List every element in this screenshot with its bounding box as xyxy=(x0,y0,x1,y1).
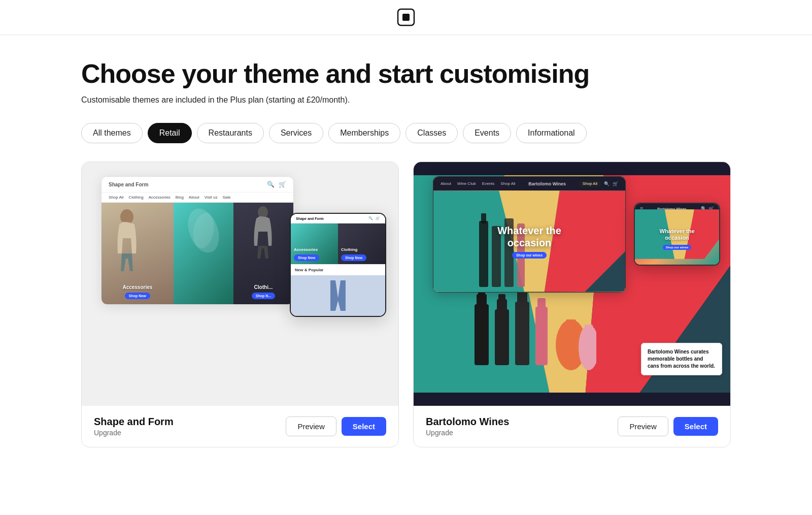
mobile-clothing: Clothing xyxy=(341,247,366,252)
mobile-cart-icon: 🛒 xyxy=(376,216,380,220)
theme-name-shape-and-form: Shape and Form xyxy=(94,416,174,428)
svg-rect-29 xyxy=(479,221,488,287)
theme-name-bartolomo: Bartolomo Wines xyxy=(426,416,509,428)
mobile-mockup-bartolomo: ☰ Bartolomo Wines 🔍 🛒 xyxy=(634,203,720,266)
theme-info-shape-and-form: Shape and Form Upgrade Preview Select xyxy=(82,406,398,447)
svg-rect-22 xyxy=(566,319,576,335)
svg-rect-20 xyxy=(537,298,546,309)
mobile-mockup-shape-and-form: Shape and Form 🔍 🛒 Accessories Shop Now xyxy=(290,213,386,317)
tab-retail[interactable]: Retail xyxy=(148,123,192,143)
svg-rect-19 xyxy=(535,307,548,365)
shop-now-btn-clothing: Shop N... xyxy=(252,293,275,299)
tab-all-themes[interactable]: All themes xyxy=(81,123,143,143)
theme-preview-shape-and-form: Shape and Form 🔍 🛒 Shop All Clothing Acc… xyxy=(82,162,398,406)
top-bar xyxy=(0,0,812,35)
svg-rect-24 xyxy=(585,325,593,340)
wines-description-box: Bartolomo Wines curates memorable bottle… xyxy=(641,343,722,375)
mobile-shop-now-2: Shop Now xyxy=(341,254,366,261)
svg-rect-14 xyxy=(495,309,509,365)
theme-preview-bartolomo-wines: About Wine Club Events Shop All Bartolom… xyxy=(414,162,730,406)
feather-decoration xyxy=(186,205,221,256)
clothing-label: Clothi... xyxy=(252,284,275,290)
wines-browser-title: Bartolomo Wines xyxy=(528,181,566,186)
tab-classes[interactable]: Classes xyxy=(405,123,458,143)
main-content: Choose your theme and start customising … xyxy=(61,35,751,478)
svg-rect-11 xyxy=(475,304,489,365)
desktop-mockup-shape-and-form: Shape and Form 🔍 🛒 Shop All Clothing Acc… xyxy=(101,176,294,305)
tab-events[interactable]: Events xyxy=(463,123,511,143)
select-button-shape-and-form[interactable]: Select xyxy=(342,417,386,436)
shop-now-btn-accessories: Shop Now xyxy=(125,293,150,299)
new-popular-label: New & Popular xyxy=(291,264,385,275)
theme-badge-bartolomo: Upgrade xyxy=(426,429,509,437)
wines-shop-btn: Shop our wines xyxy=(512,252,547,259)
theme-info-bartolomo: Bartolomo Wines Upgrade Preview Select xyxy=(414,406,730,447)
accessories-label: Accessories xyxy=(122,284,152,290)
preview-button-shape-and-form[interactable]: Preview xyxy=(286,416,336,436)
mobile-jeans-img xyxy=(291,275,385,316)
search-icon: 🔍 xyxy=(267,181,275,188)
svg-rect-15 xyxy=(497,299,507,313)
svg-rect-18 xyxy=(517,292,527,306)
svg-rect-1 xyxy=(402,14,410,21)
cart-icon: 🛒 xyxy=(279,181,286,188)
select-button-bartolomo[interactable]: Select xyxy=(673,417,718,436)
svg-rect-16 xyxy=(498,294,505,301)
mobile-search-icon: 🔍 xyxy=(368,216,373,220)
woman-silhouette xyxy=(112,208,142,274)
tab-memberships[interactable]: Memberships xyxy=(328,123,400,143)
mobile-accessories: Accessories xyxy=(294,247,319,252)
wines-mobile-hero: Whatever theoccasion xyxy=(659,228,694,241)
wines-mobile-btn: Shop our wines xyxy=(663,245,692,250)
theme-badge-shape-and-form: Upgrade xyxy=(94,429,174,437)
tab-services[interactable]: Services xyxy=(269,123,323,143)
preview-button-bartolomo[interactable]: Preview xyxy=(618,416,668,436)
tab-restaurants[interactable]: Restaurants xyxy=(197,123,264,143)
person-silhouette-clothing xyxy=(249,205,277,261)
svg-rect-30 xyxy=(481,213,486,223)
browser-title: Shape and Form xyxy=(109,182,148,187)
mobile-shop-now: Shop Now xyxy=(294,254,319,261)
page-subtitle: Customisable themes are included in the … xyxy=(81,95,731,105)
wines-cart-icon: 🛒 xyxy=(613,181,618,186)
themes-grid: Shape and Form 🔍 🛒 Shop All Clothing Acc… xyxy=(81,162,731,447)
theme-card-shape-and-form: Shape and Form 🔍 🛒 Shop All Clothing Acc… xyxy=(81,162,399,447)
filter-tabs: All themes Retail Restaurants Services M… xyxy=(81,123,731,143)
desktop-mockup-bartolomo: About Wine Club Events Shop All Bartolom… xyxy=(433,176,626,293)
wines-hero-text: Whatever theoccasion xyxy=(497,224,561,249)
tab-informational[interactable]: Informational xyxy=(516,123,587,143)
svg-rect-17 xyxy=(515,302,529,365)
theme-card-bartolomo-wines: About Wine Club Events Shop All Bartolom… xyxy=(413,162,731,447)
wines-search-icon: 🔍 xyxy=(604,181,610,186)
page-title: Choose your theme and start customising xyxy=(81,59,731,88)
square-logo-icon xyxy=(397,8,415,26)
